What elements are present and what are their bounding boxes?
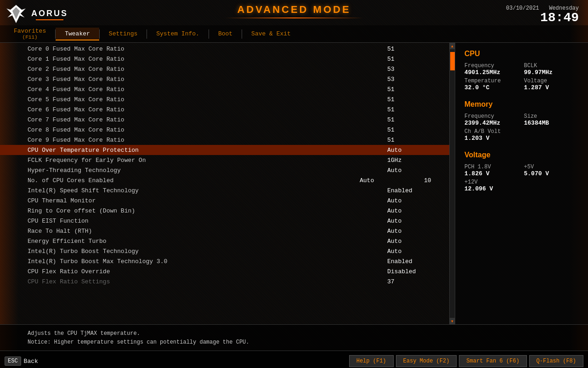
right-panel: CPU Frequency 4901.25MHz BCLK 99.97MHz T…: [455, 43, 588, 324]
settings-row[interactable]: Intel(R) Turbo Boost Max Technology 3.0E…: [0, 256, 449, 266]
setting-name: Core 3 Fused Max Core Ratio: [28, 76, 387, 83]
setting-name: Core 2 Fused Max Core Ratio: [28, 66, 387, 73]
settings-row[interactable]: Energy Efficient TurboAuto: [0, 236, 449, 246]
settings-row[interactable]: Core 4 Fused Max Core Ratio51: [0, 84, 449, 94]
setting-name: CPU EIST Function: [28, 218, 387, 224]
setting-value: Auto: [387, 228, 442, 235]
cpu-voltage: Voltage 1.287 V: [524, 78, 579, 91]
memory-title: Memory: [464, 100, 579, 109]
smart-fan-button[interactable]: Smart Fan 6 (F6): [459, 355, 526, 367]
nav-saveexit[interactable]: Save & Exit: [242, 28, 300, 40]
settings-row[interactable]: CPU Thermal MonitorAuto: [0, 196, 449, 206]
settings-row[interactable]: Race To Halt (RTH)Auto: [0, 226, 449, 236]
volt-plus12: +12V 12.096 V: [464, 179, 579, 192]
settings-row[interactable]: Core 5 Fused Max Core Ratio51: [0, 94, 449, 104]
setting-name: Core 8 Fused Max Core Ratio: [28, 126, 387, 133]
setting-name: Core 7 Fused Max Core Ratio: [28, 116, 387, 123]
settings-row[interactable]: No. of CPU Cores EnabledAuto10: [0, 175, 449, 185]
setting-value: 53: [387, 66, 442, 73]
setting-name: FCLK Frequency for Early Power On: [28, 157, 387, 164]
setting-name: Core 0 Fused Max Core Ratio: [28, 46, 387, 52]
qflash-button[interactable]: Q-Flash (F8): [529, 355, 583, 367]
setting-value: 37: [387, 278, 442, 285]
description-area: Adjusts the CPU TjMAX temperature. Notic…: [0, 324, 588, 351]
setting-name: CPU Thermal Monitor: [28, 197, 387, 204]
setting-name: CPU Flex Ratio Override: [28, 268, 387, 275]
settings-row[interactable]: Core 9 Fused Max Core Ratio51: [0, 135, 449, 145]
nav-tweaker[interactable]: Tweaker: [56, 28, 99, 40]
settings-list: Core 0 Fused Max Core Ratio51Core 1 Fuse…: [0, 43, 449, 324]
setting-name: Core 9 Fused Max Core Ratio: [28, 137, 387, 144]
nav-favorites[interactable]: Favorites (F11): [5, 25, 55, 43]
setting-value: 51: [387, 116, 442, 123]
voltage-grid: PCH 1.8V 1.826 V +5V 5.070 V +12V 12.096…: [464, 164, 579, 192]
nav-settings-label: Settings: [109, 30, 137, 37]
aorus-underline: [36, 19, 63, 20]
bottom-bar: ESC Back Help (F1) Easy Mode (F2) Smart …: [0, 351, 588, 368]
nav-tweaker-label: Tweaker: [65, 30, 90, 37]
datetime-display: 03/10/2021 Wednesday 18:49: [506, 5, 579, 24]
header-title-area: ADVANCED MODE: [237, 4, 351, 16]
settings-row[interactable]: Hyper-Threading TechnologyAuto: [0, 165, 449, 175]
setting-name: Core 5 Fused Max Core Ratio: [28, 96, 387, 103]
setting-name: Hyper-Threading Technology: [28, 167, 387, 174]
setting-value: Auto: [360, 177, 415, 184]
setting-value: 1GHz: [387, 157, 442, 164]
nav-favorites-label: Favorites: [14, 28, 46, 34]
settings-row[interactable]: CPU EIST FunctionAuto: [0, 216, 449, 226]
settings-row[interactable]: Core 7 Fused Max Core Ratio51: [0, 115, 449, 125]
cpu-grid: Frequency 4901.25MHz BCLK 99.97MHz Tempe…: [464, 63, 579, 91]
settings-row[interactable]: Core 1 Fused Max Core Ratio51: [0, 54, 449, 64]
setting-name: CPU Over Temperature Protection: [28, 147, 387, 154]
setting-extra: 10: [424, 177, 442, 184]
settings-row[interactable]: Core 2 Fused Max Core Ratio53: [0, 64, 449, 74]
cpu-title: CPU: [464, 50, 579, 58]
settings-row[interactable]: CPU Flex Ratio Settings37: [0, 276, 449, 287]
setting-name: Core 1 Fused Max Core Ratio: [28, 56, 387, 63]
setting-name: Intel(R) Speed Shift Technology: [28, 187, 387, 194]
nav-bar: Favorites (F11) Tweaker Settings System …: [0, 25, 588, 43]
scroll-up-arrow[interactable]: ▲: [450, 43, 455, 49]
setting-value: 51: [387, 126, 442, 133]
easy-mode-button[interactable]: Easy Mode (F2): [396, 355, 457, 367]
settings-row[interactable]: FCLK Frequency for Early Power On1GHz: [0, 155, 449, 165]
setting-name: Race To Halt (RTH): [28, 228, 387, 235]
settings-row[interactable]: Core 0 Fused Max Core Ratio51: [0, 44, 449, 54]
description-line2: Notice: Higher temperature settings can …: [28, 338, 579, 347]
settings-row[interactable]: Ring to Core offset (Down Bin)Auto: [0, 206, 449, 216]
volt-pch: PCH 1.8V 1.826 V: [464, 164, 520, 177]
nav-favorites-sublabel: (F11): [14, 34, 46, 40]
setting-value: Enabled: [387, 187, 442, 194]
settings-row[interactable]: CPU Flex Ratio OverrideDisabled: [0, 266, 449, 276]
scrollbar[interactable]: ▲ ▼: [449, 43, 455, 324]
mem-freq: Frequency 2399.42MHz: [464, 113, 520, 126]
setting-value: Auto: [387, 207, 442, 214]
settings-row[interactable]: Core 6 Fused Max Core Ratio51: [0, 104, 449, 115]
scrollbar-thumb[interactable]: [450, 52, 455, 70]
setting-value: 51: [387, 137, 442, 144]
setting-name: Intel(R) Turbo Boost Technology: [28, 248, 387, 255]
memory-section: Memory Frequency 2399.42MHz Size 16384MB…: [464, 100, 579, 142]
nav-saveexit-label: Save & Exit: [251, 30, 291, 37]
settings-row[interactable]: Core 3 Fused Max Core Ratio53: [0, 74, 449, 84]
nav-boot[interactable]: Boot: [209, 28, 242, 40]
setting-name: Energy Efficient Turbo: [28, 238, 387, 245]
settings-row[interactable]: Intel(R) Speed Shift TechnologyEnabled: [0, 185, 449, 196]
scroll-down-arrow[interactable]: ▼: [450, 318, 455, 324]
main-content: Core 0 Fused Max Core Ratio51Core 1 Fuse…: [0, 43, 588, 324]
esc-key[interactable]: ESC: [5, 356, 21, 366]
aorus-text: AORUS: [31, 9, 68, 18]
settings-row[interactable]: Intel(R) Turbo Boost TechnologyAuto: [0, 246, 449, 256]
setting-value: Auto: [387, 238, 442, 245]
header: AORUS ADVANCED MODE 03/10/2021 Wednesday…: [0, 0, 588, 25]
nav-sysinfo[interactable]: System Info.: [147, 28, 209, 40]
nav-settings[interactable]: Settings: [100, 28, 147, 40]
title-underline: [225, 17, 363, 18]
settings-row[interactable]: CPU Over Temperature ProtectionAuto: [0, 145, 449, 155]
setting-name: Ring to Core offset (Down Bin): [28, 207, 387, 214]
setting-value: 51: [387, 56, 442, 63]
memory-grid: Frequency 2399.42MHz Size 16384MB Ch A/B…: [464, 113, 579, 142]
help-button[interactable]: Help (F1): [349, 355, 394, 367]
settings-row[interactable]: Core 8 Fused Max Core Ratio51: [0, 125, 449, 135]
setting-name: Intel(R) Turbo Boost Max Technology 3.0: [28, 258, 387, 265]
